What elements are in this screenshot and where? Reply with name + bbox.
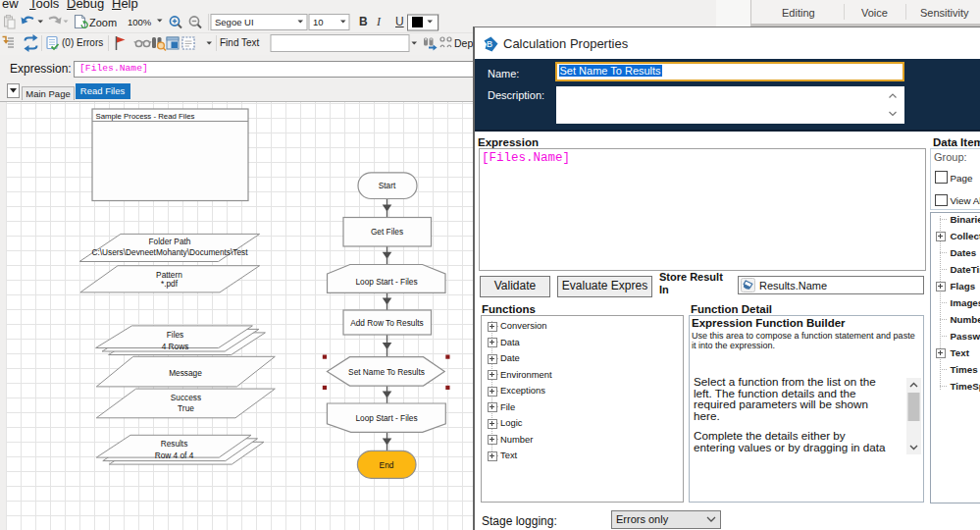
svg-text:Files: Files	[167, 330, 184, 340]
svg-text:Start: Start	[379, 181, 396, 190]
svg-text:*.pdf: *.pdf	[161, 279, 179, 289]
svg-text:Folder Path: Folder Path	[149, 237, 191, 246]
svg-text:Results: Results	[161, 439, 188, 449]
svg-text:True: True	[178, 403, 194, 413]
svg-text:Row 4 of 4: Row 4 of 4	[155, 450, 194, 460]
svg-text:Loop Start - Files: Loop Start - Files	[355, 413, 417, 423]
svg-text:B: B	[487, 39, 492, 49]
svg-text:Loop Start - Files: Loop Start - Files	[355, 277, 417, 287]
svg-text:Set Name To Results: Set Name To Results	[348, 367, 425, 377]
svg-text:End: End	[380, 460, 394, 470]
svg-text:Sample Process - Read Files: Sample Process - Read Files	[96, 112, 195, 121]
svg-text:Message: Message	[169, 368, 202, 378]
svg-text:4 Rows: 4 Rows	[162, 342, 189, 351]
svg-text:Success: Success	[171, 393, 201, 402]
svg-text:C:\Users\DevneetMohanty\Docume: C:\Users\DevneetMohanty\Documents\Test	[91, 247, 248, 257]
svg-text:Get Files: Get Files	[371, 227, 403, 237]
svg-text:Add Row To Results: Add Row To Results	[350, 318, 424, 328]
